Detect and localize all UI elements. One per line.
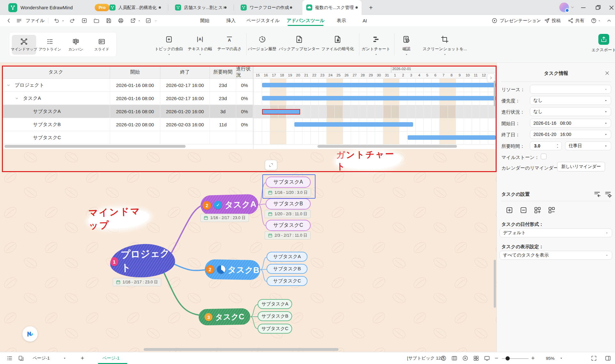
gantt-bar[interactable] — [294, 122, 413, 127]
gantt-cell[interactable]: 2026-01-20 08:00 — [110, 118, 160, 131]
zoom-caret-icon[interactable] — [559, 356, 563, 360]
maximize-button[interactable] — [595, 4, 602, 11]
menu-4[interactable]: アドバンスツール — [286, 15, 325, 26]
end-date-select[interactable]: 2026-01-20 16:00 — [530, 130, 611, 139]
gantt-bar[interactable] — [408, 135, 496, 140]
add-task-icon[interactable] — [505, 206, 514, 214]
back-icon[interactable] — [6, 18, 12, 24]
play-presentation-icon[interactable] — [462, 355, 468, 361]
remove-task-icon[interactable] — [519, 206, 528, 214]
gantt-bar[interactable] — [262, 109, 300, 115]
node-project[interactable]: 1 プロジェクト — [109, 243, 176, 278]
gantt-cell[interactable]: 2026-02-17 16:00 — [160, 79, 210, 92]
document-tab[interactable]: 人員配置...的構造化 — [106, 0, 165, 15]
document-tab[interactable]: 店舗スタッ...割とスキル — [171, 0, 230, 15]
gantt-column-header[interactable]: タスク — [2, 66, 110, 79]
new-reminder-button[interactable]: 新しいリマインダー — [557, 162, 605, 171]
subtask-node[interactable]: サブタスクC — [258, 324, 292, 334]
undo-caret-icon[interactable] — [61, 19, 65, 22]
topic-list-icon[interactable] — [6, 355, 13, 361]
subtask-node[interactable]: サブタスクC — [266, 220, 311, 231]
presentation-icon[interactable] — [491, 18, 498, 24]
subtask-node[interactable]: サブタスクC — [267, 276, 308, 286]
table-horizontal-scrollbar[interactable] — [4, 145, 186, 148]
display-setting-select[interactable]: すべてのタスクを表示 — [499, 251, 612, 260]
file-menu[interactable]: ファイル — [26, 15, 44, 26]
gantt-cell[interactable]: 2026-02-17 16:00 — [160, 92, 210, 105]
export-share-icon[interactable] — [130, 18, 136, 24]
view-mode-2[interactable]: アウトライン — [38, 35, 62, 55]
zoom-slider-knob[interactable] — [506, 356, 510, 360]
gantt-bar[interactable] — [262, 83, 496, 87]
save-icon[interactable] — [106, 18, 112, 24]
gantt-cell[interactable] — [160, 131, 210, 144]
avatar-caret-icon[interactable] — [570, 5, 575, 10]
milestone-checkbox[interactable] — [541, 154, 547, 159]
gantt-cell[interactable] — [110, 131, 160, 144]
gantt-cell[interactable]: 23d — [210, 92, 236, 105]
row-collapse-chevron-icon[interactable] — [15, 96, 19, 100]
gantt-cell[interactable]: 2026-01-16 08:00 — [110, 105, 160, 118]
presentation-caret-icon[interactable] — [537, 19, 540, 22]
resource-select[interactable] — [530, 85, 611, 94]
gantt-cell[interactable]: 11d — [210, 118, 236, 131]
gantt-column-header[interactable]: 終了 — [160, 66, 210, 79]
node-task-c[interactable]: 3 タスクC — [199, 308, 251, 326]
menu-3[interactable]: ページスタイル — [244, 15, 282, 26]
page-selector[interactable]: ページ-1 — [33, 352, 50, 364]
gantt-cell[interactable]: 2026-01-16 08:00 — [110, 79, 160, 92]
gantt-cell[interactable] — [210, 131, 236, 144]
gantt-cell[interactable]: 23d — [210, 79, 236, 92]
duration-stepper[interactable]: 3.0 — [530, 141, 562, 150]
subtask-node[interactable]: サブタスクA — [267, 252, 308, 262]
close-button[interactable] — [608, 4, 615, 11]
node-task-a[interactable]: 2 ✓ タスクA — [200, 194, 259, 216]
gantt-column-header[interactable]: 所要時間 — [210, 66, 236, 79]
task-check-icon[interactable] — [145, 18, 151, 24]
view-mode-1[interactable]: マインドマップ — [12, 35, 36, 55]
post-button[interactable]: 投稿 — [552, 15, 561, 26]
page-tab[interactable]: ページ-1 — [102, 352, 119, 364]
print-icon[interactable] — [118, 18, 124, 24]
list-settings-icon[interactable] — [604, 190, 612, 198]
view-mode-4[interactable]: スライド — [90, 35, 114, 55]
main-menu-icon[interactable] — [16, 18, 22, 24]
share-icon[interactable] — [568, 18, 574, 24]
panel-toggle-icon[interactable] — [605, 355, 611, 361]
export-button[interactable] — [598, 34, 609, 45]
history-clock-icon[interactable] — [440, 355, 447, 361]
zoom-out-button[interactable]: − — [495, 352, 498, 364]
gantt-timeline[interactable]: 2026-02-01151617181920212223242526272829… — [253, 66, 496, 149]
remove-subtask-icon[interactable] — [547, 206, 556, 214]
gantt-vertical-scrollbar[interactable] — [494, 81, 495, 106]
priority-select[interactable]: なし — [530, 96, 611, 105]
canvas-vertical-scrollbar[interactable] — [494, 260, 496, 308]
post-icon[interactable] — [544, 18, 550, 24]
gantt-cell[interactable] — [236, 131, 253, 144]
open-folder-icon[interactable] — [93, 18, 100, 24]
columns-view-icon[interactable] — [451, 355, 458, 361]
subtask-node[interactable]: サブタスクA — [258, 299, 292, 309]
pages-panel-icon[interactable] — [18, 355, 24, 361]
gantt-cell[interactable]: 0% — [236, 105, 253, 118]
subtask-node[interactable]: サブタスクB — [258, 311, 292, 321]
new-document-icon[interactable] — [81, 18, 87, 24]
gantt-cell[interactable]: 0% — [236, 118, 253, 131]
export-caret-icon[interactable] — [138, 19, 141, 22]
timeline-horizontal-scrollbar[interactable] — [317, 145, 457, 148]
fullscreen-icon[interactable] — [591, 355, 597, 361]
subtask-node[interactable]: サブタスクB — [267, 264, 308, 274]
more-tools-caret-icon[interactable] — [154, 19, 157, 22]
presentation-button[interactable]: プレゼンテーション — [500, 15, 541, 26]
gantt-bar[interactable] — [262, 96, 496, 100]
zoom-in-button[interactable]: + — [531, 352, 535, 364]
progress-select[interactable]: なし — [530, 107, 611, 116]
undo-icon[interactable] — [54, 18, 60, 24]
node-task-b[interactable]: 2 タスクB — [204, 259, 260, 280]
new-tab-button[interactable]: + — [367, 4, 375, 12]
tool-screenshot[interactable]: スクリーンショットを... — [419, 35, 470, 56]
zoom-level[interactable]: 95% — [546, 352, 555, 364]
collapse-gantt-button[interactable] — [265, 160, 277, 170]
date-format-select[interactable]: デフォルト — [499, 228, 612, 237]
help-icon[interactable] — [591, 18, 597, 24]
